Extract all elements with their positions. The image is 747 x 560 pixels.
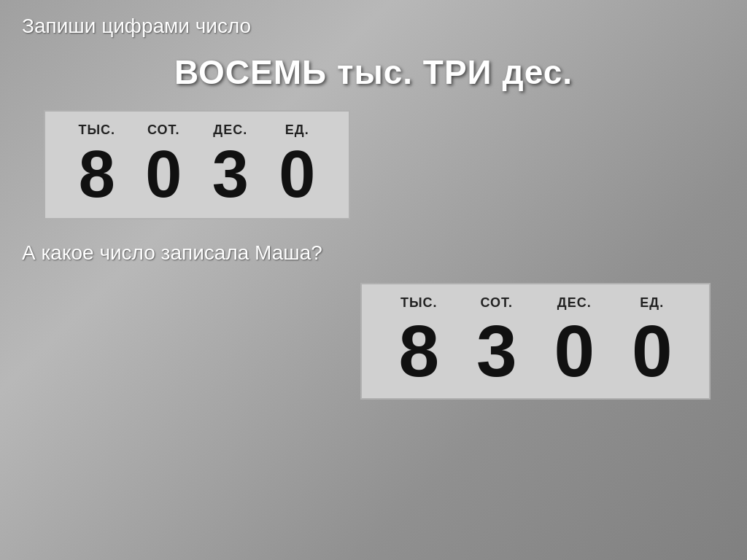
first-digit-des: 3 [201,141,260,207]
second-header-tys: ТЫС. [384,295,454,311]
second-table-digits: 8 3 0 0 [380,314,691,387]
second-digit-sot: 3 [462,314,531,387]
first-header-des: ДЕС. [201,122,260,138]
second-header-des: ДЕС. [540,295,609,311]
first-number-table: ТЫС. СОТ. ДЕС. ЕД. 8 0 3 0 [44,110,350,219]
page-container: Запиши цифрами число ВОСЕМЬ тыс. ТРИ дес… [0,0,747,560]
first-header-sot: СОТ. [134,122,193,138]
first-header-ed: ЕД. [268,122,326,138]
second-table-container: ТЫС. СОТ. ДЕС. ЕД. 8 3 0 0 [22,283,725,400]
second-digit-des: 0 [540,314,609,387]
second-number-table: ТЫС. СОТ. ДЕС. ЕД. 8 3 0 0 [360,283,711,400]
second-header-sot: СОТ. [462,295,531,311]
first-digit-tys: 8 [68,141,126,207]
number-words: ВОСЕМЬ тыс. ТРИ дес. [22,52,725,92]
second-header-ed: ЕД. [617,295,686,311]
first-digit-ed: 0 [268,141,326,207]
second-digit-tys: 8 [384,314,454,387]
first-table-headers: ТЫС. СОТ. ДЕС. ЕД. [63,122,330,138]
second-digit-ed: 0 [617,314,686,387]
question-text: А какое число записала Маша? [22,241,725,265]
first-header-tys: ТЫС. [68,122,126,138]
first-table-digits: 8 0 3 0 [63,141,330,207]
second-table-headers: ТЫС. СОТ. ДЕС. ЕД. [380,295,691,311]
instruction-text: Запиши цифрами число [22,15,725,38]
first-digit-sot: 0 [134,141,193,207]
